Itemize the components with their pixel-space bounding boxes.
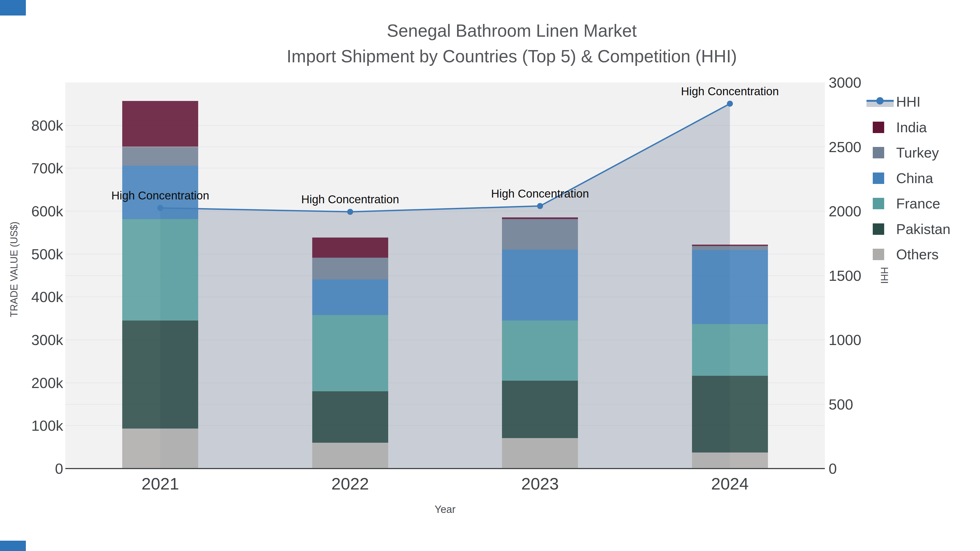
y-left-tick-300k: 300k [6,332,63,348]
annotation-high-concentration-2022: High Concentration [301,193,399,206]
legend-swatch-france [873,198,884,209]
legend-label-pakistan: Pakistan [896,221,950,237]
bar-segment-pakistan-2022 [312,391,388,443]
bar-segment-turkey-2023 [502,219,578,249]
annotation-high-concentration-2023: High Concentration [491,187,589,200]
hhi-marker [727,101,733,106]
legend-swatch-china [873,173,884,184]
bar-segment-france-2024 [692,324,768,376]
bar-segment-china-2023 [502,249,578,321]
y-left-tick-700k: 700k [6,160,63,176]
bar-segment-others-2023 [502,438,578,468]
bar-segment-china-2024 [692,250,768,324]
bar-segment-others-2021 [122,429,198,468]
bar-segment-turkey-2022 [312,258,388,279]
chart-title: Senegal Bathroom Linen Market Import Shi… [49,18,975,69]
bar-segment-france-2023 [502,321,578,381]
chart-title-line2: Import Shipment by Countries (Top 5) & C… [49,43,975,69]
legend-swatch-india [873,122,884,133]
y-left-tick-800k: 800k [6,117,63,134]
hhi-area-fill [160,104,730,468]
bar-segment-turkey-2021 [122,147,198,166]
bar-segment-france-2022 [312,315,388,391]
y-right-tick-1000: 1000 [829,332,862,348]
bar-segment-india-2021 [122,101,198,147]
y-right-tick-0: 0 [829,460,862,477]
legend-hhi-marker-glyph [876,97,884,105]
x-tick-2021: 2021 [142,474,179,493]
legend-label-hhi: HHI [896,94,921,110]
bar-segment-india-2024 [692,245,768,246]
legend-label-india: India [896,119,927,135]
hhi-marker [347,209,353,215]
y-right-tick-500: 500 [829,396,862,413]
y-left-tick-0: 0 [6,460,63,477]
bar-segment-pakistan-2024 [692,376,768,452]
y-axis-right-title: HHI [878,267,890,284]
top-left-accent-bar [0,0,26,16]
bar-segment-france-2021 [122,219,198,321]
bar-segment-pakistan-2023 [502,381,578,438]
legend-hhi-line-swatch [867,96,894,108]
bar-segment-india-2023 [502,218,578,219]
y-left-tick-600k: 600k [6,203,63,219]
x-axis-line [65,468,825,469]
annotation-high-concentration-2021: High Concentration [111,189,209,202]
bar-segment-pakistan-2021 [122,321,198,429]
x-tick-2024: 2024 [711,474,749,493]
bar-segment-india-2022 [312,238,388,258]
y-left-tick-100k: 100k [6,417,63,434]
legend-label-turkey: Turkey [896,144,939,161]
y-right-tick-1500: 1500 [829,267,862,284]
plot-area [65,83,825,468]
y-left-tick-200k: 200k [6,375,63,391]
x-tick-2022: 2022 [331,474,369,493]
annotation-high-concentration-2024: High Concentration [681,85,779,98]
y-right-tick-2500: 2500 [829,138,862,156]
bar-segment-turkey-2024 [692,246,768,250]
y-right-tick-3000: 3000 [829,74,862,91]
legend-label-france: France [896,195,940,212]
bar-segment-others-2024 [692,453,768,468]
figure-canvas: Senegal Bathroom Linen Market Import Shi… [0,0,980,551]
legend-swatch-others [873,249,884,260]
legend-label-others: Others [896,246,939,263]
bar-segment-china-2022 [312,279,388,315]
bar-segment-others-2022 [312,443,388,468]
legend-label-china: China [896,170,933,186]
bottom-left-accent-bar [0,541,26,551]
y-axis-left-title: TRADE VALUE (US$) [8,221,20,317]
hhi-marker [537,203,543,209]
x-tick-2023: 2023 [521,474,559,493]
legend-swatch-pakistan [873,223,884,235]
x-axis-title: Year [435,503,456,515]
chart-title-line1: Senegal Bathroom Linen Market [49,18,975,43]
y-right-tick-2000: 2000 [829,203,862,219]
legend-swatch-turkey [873,147,884,158]
